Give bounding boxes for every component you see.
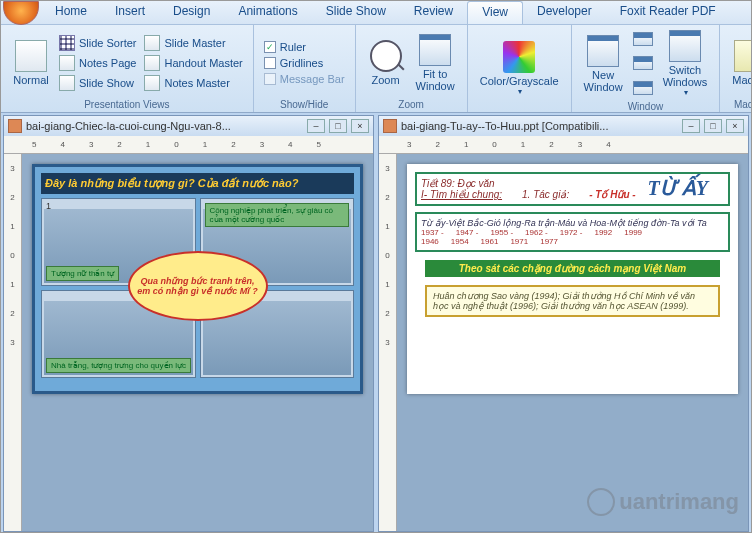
tab-foxit[interactable]: Foxit Reader PDF	[606, 1, 730, 24]
slide-show-button[interactable]: Slide Show	[55, 74, 140, 92]
pane-titlebar-right: bai-giang-Tu-ay--To-Huu.ppt [Compatibili…	[379, 116, 748, 136]
powerpoint-icon	[383, 119, 397, 133]
ruler-checkbox[interactable]: ✓Ruler	[260, 40, 349, 54]
group-zoom: Zoom Fit to Window Zoom	[356, 25, 468, 112]
messagebar-checkbox[interactable]: Message Bar	[260, 72, 349, 86]
arrange-icon	[633, 32, 653, 46]
slide-master-button[interactable]: Slide Master	[140, 34, 246, 52]
ruler-vertical-right: 3210123	[379, 154, 397, 531]
dropdown-icon: ▾	[684, 88, 688, 97]
normal-button[interactable]: Normal	[7, 28, 55, 97]
pane-title-left: bai-giang-Chiec-la-cuoi-cung-Ngu-van-8..…	[26, 120, 231, 132]
slide-sorter-button[interactable]: Slide Sorter	[55, 34, 140, 52]
switch-label: Switch Windows	[663, 64, 708, 88]
minimize-button[interactable]: –	[307, 119, 325, 133]
notes-master-icon	[144, 75, 160, 91]
cell-label: Nhà trắng, tượng trưng cho quyền lực	[46, 358, 191, 373]
ruler-tick: 0	[174, 140, 178, 149]
maximize-button[interactable]: □	[704, 119, 722, 133]
ruler-tick: 3	[385, 164, 389, 173]
year: 1971	[510, 237, 528, 246]
group-show-hide: ✓Ruler Gridlines Message Bar Show/Hide	[254, 25, 356, 112]
minimize-button[interactable]: –	[682, 119, 700, 133]
years-row: 19461954196119711977	[421, 237, 724, 246]
slide-sorter-icon	[59, 35, 75, 51]
bulb-icon	[587, 488, 615, 516]
slide-area-right[interactable]: Tiết 89: Đọc văn TỪ ẤY I- Tìm hiểu chung…	[397, 154, 748, 531]
new-window-button[interactable]: New Window	[578, 28, 629, 99]
ruler-tick: 3	[260, 140, 264, 149]
year: 1946	[421, 237, 439, 246]
checkbox-icon	[264, 57, 276, 69]
close-button[interactable]: ×	[351, 119, 369, 133]
ruler-tick: 1	[521, 140, 525, 149]
zoom-label: Zoom	[372, 74, 400, 86]
ruler-tick: 2	[10, 309, 14, 318]
tab-developer[interactable]: Developer	[523, 1, 606, 24]
ruler-tick: 0	[385, 251, 389, 260]
tab-home[interactable]: Home	[41, 1, 101, 24]
slide-list-box: Từ ấy-Việt Bắc-Gió lộng-Ra trận-Máu và H…	[415, 212, 730, 252]
maximize-button[interactable]: □	[329, 119, 347, 133]
powerpoint-icon	[8, 119, 22, 133]
move-split-button[interactable]	[629, 80, 657, 96]
checkbox-checked-icon: ✓	[264, 41, 276, 53]
ruler-tick: 2	[549, 140, 553, 149]
slide-left[interactable]: Đây là những biểu tượng gì? Của đất nước…	[32, 164, 363, 394]
ruler-tick: 2	[435, 140, 439, 149]
ribbon-tabs: Home Insert Design Animations Slide Show…	[1, 1, 751, 25]
cell-label: Công nghiệp phát triển, sự giàu có của m…	[205, 203, 350, 227]
ruler-horizontal-left: 54321012345	[4, 136, 373, 154]
ruler-tick: 3	[10, 164, 14, 173]
handout-master-button[interactable]: Handout Master	[140, 54, 246, 72]
notes-master-button[interactable]: Notes Master	[140, 74, 246, 92]
group-title-color	[474, 108, 565, 110]
ruler-tick: 4	[60, 140, 64, 149]
tab-view[interactable]: View	[467, 1, 523, 24]
new-window-icon	[587, 35, 619, 67]
ruler-tick: 3	[407, 140, 411, 149]
document-pane-left: bai-giang-Chiec-la-cuoi-cung-Ngu-van-8..…	[3, 115, 374, 532]
ruler-tick: 3	[89, 140, 93, 149]
tab-animations[interactable]: Animations	[224, 1, 311, 24]
year: 1977	[540, 237, 558, 246]
macros-button[interactable]: Macros	[726, 28, 752, 97]
notes-page-button[interactable]: Notes Page	[55, 54, 140, 72]
color-grayscale-button[interactable]: Color/Grayscale▾	[474, 28, 565, 108]
ruler-vertical-left: 3210123	[4, 154, 22, 531]
ruler-tick: 2	[117, 140, 121, 149]
tab-insert[interactable]: Insert	[101, 1, 159, 24]
slide-header-box: Tiết 89: Đọc văn TỪ ẤY I- Tìm hiểu chung…	[415, 172, 730, 206]
fit-label: Fit to Window	[416, 68, 455, 92]
color-icon	[503, 41, 535, 73]
notes-master-label: Notes Master	[164, 77, 229, 89]
tab-slideshow[interactable]: Slide Show	[312, 1, 400, 24]
watermark-text: uantrimang	[619, 489, 739, 515]
slide-right[interactable]: Tiết 89: Đọc văn TỪ ẤY I- Tìm hiểu chung…	[407, 164, 738, 394]
sub1: I- Tìm hiểu chung:	[421, 189, 502, 200]
ruler-horizontal-right: 32101234	[379, 136, 748, 154]
tab-design[interactable]: Design	[159, 1, 224, 24]
split-icon	[633, 81, 653, 95]
ruler-tick: 2	[385, 309, 389, 318]
group-color: Color/Grayscale▾	[468, 25, 572, 112]
year: 1999	[624, 228, 642, 237]
slide-master-label: Slide Master	[164, 37, 225, 49]
slide-area-left[interactable]: Đây là những biểu tượng gì? Của đất nước…	[22, 154, 373, 531]
fit-window-icon	[419, 34, 451, 66]
fit-window-button[interactable]: Fit to Window	[410, 28, 461, 97]
group-macros: Macros Macros	[720, 25, 752, 112]
year: 1955 -	[490, 228, 513, 237]
gridlines-checkbox[interactable]: Gridlines	[260, 56, 349, 70]
macros-label: Macros	[732, 74, 752, 86]
works-list: Từ ấy-Việt Bắc-Gió lộng-Ra trận-Máu và H…	[421, 218, 724, 228]
arrange-all-button[interactable]	[629, 31, 657, 47]
ruler-tick: 3	[10, 338, 14, 347]
tab-review[interactable]: Review	[400, 1, 467, 24]
switch-windows-button[interactable]: Switch Windows▾	[657, 28, 714, 99]
macros-icon	[734, 40, 752, 72]
ruler-tick: 3	[578, 140, 582, 149]
cascade-button[interactable]	[629, 55, 657, 71]
zoom-button[interactable]: Zoom	[362, 28, 410, 97]
close-button[interactable]: ×	[726, 119, 744, 133]
